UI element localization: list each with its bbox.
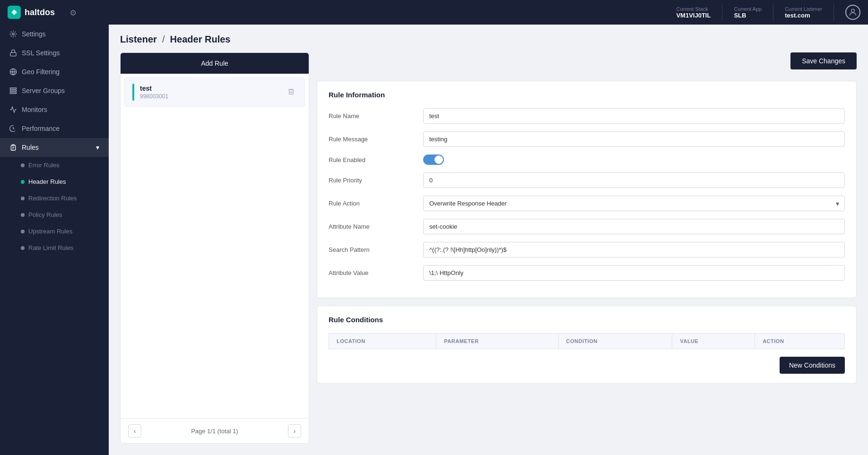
redirection-rules-label: Redirection Rules [28, 195, 77, 202]
app: haltdos ⊙ Current Stack VM1VIJ0TIL Curre… [0, 0, 868, 455]
logo: haltdos [8, 6, 55, 19]
stack-label-3: Current Listener [785, 6, 822, 12]
sidebar-item-settings[interactable]: Settings [0, 25, 109, 43]
rule-action-row: Rule Action Overwrite Response Header Ad… [329, 196, 845, 211]
rule-delete-button[interactable] [286, 86, 297, 99]
rule-information-title: Rule Information [329, 91, 845, 99]
search-pattern-input[interactable] [423, 242, 845, 258]
svg-rect-5 [10, 90, 16, 92]
toggle-thumb [434, 155, 443, 164]
header-rules-label: Header Rules [28, 178, 66, 185]
svg-rect-2 [10, 52, 16, 56]
attribute-name-control [423, 219, 845, 234]
right-panel: Save Changes Rule Information Rule Name [317, 52, 857, 444]
col-action: ACTION [755, 334, 845, 349]
svg-point-0 [851, 9, 855, 12]
add-rule-button[interactable]: Add Rule [121, 53, 309, 74]
rule-name: test [140, 85, 286, 92]
main-area: Settings SSL Settings Geo Filtering Serv… [0, 25, 868, 455]
sidebar-item-header-rules[interactable]: Header Rules [0, 173, 109, 190]
rule-action-select[interactable]: Overwrite Response Header Add Request He… [423, 196, 845, 211]
rule-priority-input[interactable] [423, 172, 845, 188]
stack-info: Current Stack VM1VIJ0TIL Current App SLB… [665, 4, 834, 21]
policy-rules-label: Policy Rules [28, 211, 62, 218]
conditions-table: LOCATION PARAMETER CONDITION VALUE ACTIO… [329, 333, 845, 349]
save-changes-button[interactable]: Save Changes [790, 52, 857, 69]
content-body: Add Rule test 998003001 [109, 52, 868, 455]
sidebar-item-rate-limit-rules[interactable]: Rate Limit Rules [0, 240, 109, 256]
stack-item-2: Current App SLB [722, 4, 773, 21]
sidebar-item-performance-label: Performance [22, 125, 60, 132]
sidebar-item-server-groups[interactable]: Server Groups [0, 81, 109, 100]
attribute-value-control [423, 265, 845, 281]
rule-name-input[interactable] [423, 108, 845, 124]
attribute-name-input[interactable] [423, 219, 845, 234]
sidebar-item-geo[interactable]: Geo Filtering [0, 62, 109, 81]
error-rules-dot [21, 163, 25, 167]
rule-item[interactable]: test 998003001 [124, 77, 305, 107]
stack-label-2: Current App [734, 6, 762, 12]
prev-page-button[interactable]: ‹ [128, 424, 141, 438]
sidebar-item-policy-rules[interactable]: Policy Rules [0, 206, 109, 223]
sidebar-item-monitors-label: Monitors [22, 106, 47, 113]
new-conditions-button[interactable]: New Conditions [780, 357, 845, 374]
sidebar: Settings SSL Settings Geo Filtering Serv… [0, 25, 109, 455]
sidebar-item-ssl[interactable]: SSL Settings [0, 43, 109, 62]
rule-name-label: Rule Name [329, 112, 423, 120]
target-icon[interactable]: ⊙ [70, 8, 76, 17]
rate-limit-rules-label: Rate Limit Rules [28, 244, 73, 251]
svg-point-1 [12, 33, 14, 35]
attribute-value-label: Attribute Value [329, 269, 423, 276]
logo-text: haltdos [25, 8, 55, 17]
top-actions: Save Changes [317, 52, 857, 73]
rule-enabled-toggle[interactable] [423, 155, 444, 165]
redirection-rules-dot [21, 197, 25, 200]
col-condition: CONDITION [558, 334, 672, 349]
user-avatar[interactable] [845, 5, 860, 20]
content: Listener / Header Rules Add Rule test 9 [109, 25, 868, 455]
rule-message-control [423, 131, 845, 147]
next-page-button[interactable]: › [288, 424, 301, 438]
sidebar-item-redirection-rules[interactable]: Redirection Rules [0, 190, 109, 206]
breadcrumb-current: Header Rules [170, 34, 231, 44]
rule-indicator [132, 84, 134, 101]
rule-enabled-control [423, 155, 845, 165]
rule-name-row: Rule Name [329, 108, 845, 124]
search-pattern-label: Search Pattern [329, 246, 423, 253]
sidebar-item-geo-label: Geo Filtering [22, 68, 60, 76]
rule-conditions-title: Rule Conditions [329, 316, 845, 324]
conditions-table-header: LOCATION PARAMETER CONDITION VALUE ACTIO… [329, 334, 845, 349]
svg-rect-4 [10, 88, 16, 89]
sidebar-item-upstream-rules[interactable]: Upstream Rules [0, 223, 109, 240]
attribute-value-input[interactable] [423, 265, 845, 281]
conditions-footer: New Conditions [329, 357, 845, 374]
rule-info: test 998003001 [140, 85, 286, 100]
rule-message-row: Rule Message [329, 131, 845, 147]
conditions-header-row: LOCATION PARAMETER CONDITION VALUE ACTIO… [329, 334, 845, 349]
sidebar-item-rules[interactable]: Rules ▾ [0, 138, 109, 157]
sidebar-item-monitors[interactable]: Monitors [0, 100, 109, 119]
col-location: LOCATION [329, 334, 436, 349]
search-pattern-row: Search Pattern [329, 242, 845, 258]
sidebar-item-error-rules[interactable]: Error Rules [0, 157, 109, 173]
sidebar-item-server-groups-label: Server Groups [22, 87, 65, 94]
content-header: Listener / Header Rules [109, 25, 868, 52]
upstream-rules-dot [21, 230, 25, 233]
header-rules-dot [21, 180, 25, 184]
pagination: ‹ Page 1/1 (total 1) › [121, 418, 309, 443]
rule-message-input[interactable] [423, 131, 845, 147]
breadcrumb-parent: Listener [120, 34, 157, 44]
col-parameter: PARAMETER [436, 334, 558, 349]
stack-value-2: SLB [734, 12, 762, 19]
rule-name-control [423, 108, 845, 124]
stack-label-1: Current Stack [676, 6, 711, 12]
stack-value-3: test.com [785, 12, 822, 19]
rules-submenu: Error Rules Header Rules Redirection Rul… [0, 157, 109, 256]
left-panel: Add Rule test 998003001 [120, 52, 309, 444]
rule-action-label: Rule Action [329, 200, 423, 207]
rule-list: test 998003001 [121, 74, 309, 418]
sidebar-item-rules-label: Rules [22, 144, 39, 151]
sidebar-item-performance[interactable]: Performance [0, 119, 109, 138]
rule-information-section: Rule Information Rule Name Rule Message [317, 81, 857, 298]
stack-item-1: Current Stack VM1VIJ0TIL [665, 4, 722, 21]
